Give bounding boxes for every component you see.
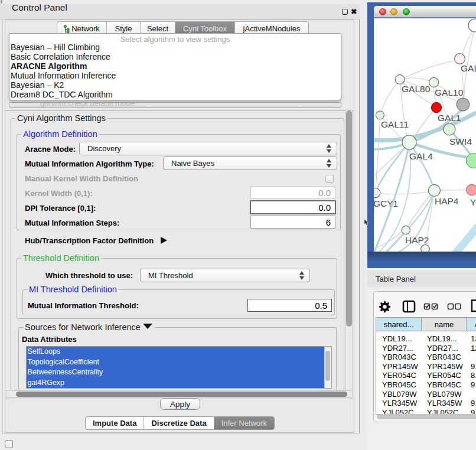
svg-text:GAL2: GAL2 — [461, 63, 476, 73]
svg-text:GAL10: GAL10 — [435, 87, 464, 97]
svg-text:HAP4: HAP4 — [435, 196, 459, 206]
svg-text:SWI4: SWI4 — [449, 136, 472, 146]
svg-text:GCY1: GCY1 — [374, 198, 398, 208]
svg-text:GAL11: GAL11 — [381, 119, 409, 129]
svg-text:HAP2: HAP2 — [405, 235, 429, 245]
svg-text:GAL1: GAL1 — [438, 113, 461, 123]
svg-text:GAL4: GAL4 — [409, 151, 433, 161]
svg-text:GAL80: GAL80 — [402, 84, 431, 94]
svg-text:YEL: YEL — [470, 197, 476, 207]
